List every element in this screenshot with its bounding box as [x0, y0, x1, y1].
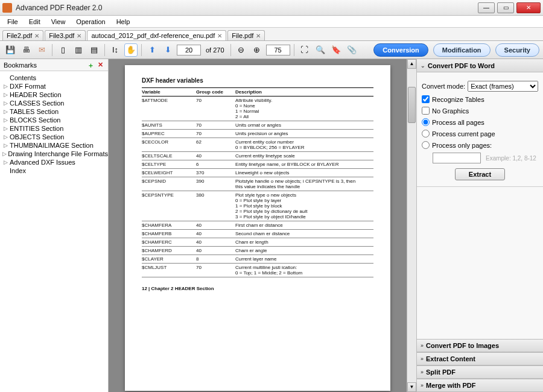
- document-tabs: File2.pdf✕ File3.pdf✕ autocad_2012_pdf_d…: [0, 28, 543, 41]
- maximize-button[interactable]: ▭: [497, 2, 514, 13]
- bookmark-item[interactable]: ▷Advanced DXF Issues: [2, 158, 108, 166]
- prev-page-icon[interactable]: ⬆: [145, 43, 159, 57]
- section-merge-pdf[interactable]: » Merge with PDF: [417, 379, 543, 392]
- minimize-button[interactable]: —: [478, 2, 495, 13]
- bookmark-item[interactable]: Index: [2, 166, 108, 175]
- hand-tool-icon[interactable]: ✋: [124, 43, 138, 57]
- extract-button[interactable]: Extract: [455, 168, 505, 180]
- search-icon[interactable]: 🔍: [314, 43, 327, 57]
- convert-mode-label: Convert mode:: [422, 83, 465, 90]
- tab-label: File.pdf: [232, 32, 253, 39]
- section-convert-word[interactable]: ⌄ Convert PDF to Word: [417, 59, 543, 72]
- section-split-pdf[interactable]: » Split PDF: [417, 365, 543, 379]
- tab-label: File3.pdf: [49, 32, 74, 39]
- expand-icon[interactable]: ▷: [2, 83, 8, 89]
- all-pages-radio[interactable]: [422, 118, 430, 126]
- zoom-input[interactable]: [266, 45, 290, 55]
- tab-file3[interactable]: File3.pdf✕: [45, 30, 86, 40]
- expand-icon[interactable]: ▷: [2, 159, 8, 165]
- page-input[interactable]: [177, 45, 201, 55]
- table-row: $CHAMFERD40Cham er angle: [142, 247, 373, 255]
- security-button[interactable]: Security: [495, 43, 539, 57]
- toolbar: 💾 🖶 ✉ ▯ ▥ ▤ I↕ ✋ ⬆ ⬇ of 270 ⊖ ⊕ ⛶ 🔍 🔖 📎 …: [0, 41, 543, 59]
- tab-autocad[interactable]: autocad_2012_pdf_dxf-reference_enu.pdf✕: [87, 30, 226, 40]
- bookmark-item[interactable]: ▷ENTITIES Section: [2, 124, 108, 133]
- menu-file[interactable]: File: [2, 17, 23, 27]
- bookmarks-tree: Contents▷DXF Format▷HEADER Section▷CLASS…: [0, 71, 108, 177]
- conversion-button[interactable]: Conversion: [373, 43, 428, 57]
- continuous-page-icon[interactable]: ▥: [72, 43, 85, 57]
- zoom-in-icon[interactable]: ⊕: [250, 43, 264, 57]
- close-icon[interactable]: ✕: [34, 33, 39, 39]
- close-icon[interactable]: ✕: [256, 33, 261, 39]
- bookmark-item[interactable]: Contents: [2, 74, 108, 82]
- bookmark-item[interactable]: ▷CLASSES Section: [2, 99, 108, 107]
- page-heading: DXF header variables: [142, 77, 373, 84]
- only-pages-radio[interactable]: [422, 141, 430, 149]
- next-page-icon[interactable]: ⬇: [161, 43, 174, 57]
- expand-icon[interactable]: ▷: [2, 117, 8, 123]
- attachment-icon[interactable]: 📎: [345, 43, 358, 57]
- text-select-icon[interactable]: I↕: [109, 43, 122, 57]
- chevron-right-icon: »: [421, 356, 424, 362]
- no-graphics-checkbox[interactable]: [422, 107, 430, 115]
- close-icon[interactable]: ✕: [217, 33, 222, 39]
- page-total: of 270: [203, 46, 227, 54]
- scroll-up-icon[interactable]: ▲: [407, 59, 416, 69]
- menu-edit[interactable]: Edit: [24, 17, 45, 27]
- table-row: $CHAMFERC40Cham er length: [142, 238, 373, 247]
- col-variable: Variable: [142, 89, 196, 95]
- pages-input[interactable]: [433, 153, 481, 163]
- menu-help[interactable]: Help: [112, 17, 135, 27]
- recognize-tables-checkbox[interactable]: [422, 95, 430, 103]
- bookmark-item[interactable]: ▷Drawing Interchange File Formats: [2, 150, 108, 158]
- single-page-icon[interactable]: ▯: [56, 43, 69, 57]
- menu-view[interactable]: View: [46, 17, 71, 27]
- table-row: $CHAMFERB40Second cham er distance: [142, 230, 373, 238]
- window-title: Advanced PDF Reader 2.0: [16, 4, 478, 12]
- current-page-radio[interactable]: [422, 130, 430, 138]
- bookmark-item[interactable]: ▷TABLES Section: [2, 107, 108, 116]
- modification-button[interactable]: Modification: [433, 43, 491, 57]
- close-button[interactable]: ✕: [516, 2, 541, 13]
- page-viewer[interactable]: DXF header variables Variable Group code…: [109, 59, 407, 392]
- save-icon[interactable]: 💾: [4, 43, 17, 57]
- tab-file2[interactable]: File2.pdf✕: [2, 30, 43, 40]
- bookmark-item[interactable]: ▷THUMBNAILIMAGE Section: [2, 141, 108, 150]
- vertical-scrollbar[interactable]: ▲ ▼: [407, 59, 416, 392]
- close-icon[interactable]: ✕: [77, 33, 81, 39]
- scroll-down-icon[interactable]: ▼: [407, 382, 416, 392]
- bookmark-item[interactable]: ▷HEADER Section: [2, 90, 108, 99]
- bookmark-item[interactable]: ▷OBJECTS Section: [2, 133, 108, 141]
- expand-icon[interactable]: ▷: [2, 151, 7, 157]
- add-bookmark-icon[interactable]: ＋: [86, 61, 95, 69]
- delete-bookmark-icon[interactable]: ✕: [96, 61, 104, 69]
- expand-icon[interactable]: ▷: [2, 142, 8, 148]
- only-pages-label: Process only pages:: [432, 142, 492, 149]
- expand-icon[interactable]: ▷: [2, 125, 8, 131]
- section-convert-images[interactable]: » Convert PDF to Images: [417, 339, 543, 352]
- expand-icon[interactable]: ▷: [2, 134, 8, 140]
- mail-icon[interactable]: ✉: [35, 43, 48, 57]
- two-page-icon[interactable]: ▤: [87, 43, 101, 57]
- bookmark-item[interactable]: ▷BLOCKS Section: [2, 116, 108, 124]
- bookmark-label: BLOCKS Section: [10, 116, 60, 124]
- chevron-right-icon: »: [421, 343, 424, 349]
- page-footer: 12 | Chapter 2 HEADER Section: [142, 286, 373, 291]
- menu-operation[interactable]: Operation: [71, 17, 110, 27]
- section-extract-content[interactable]: » Extract Content: [417, 352, 543, 365]
- table-row: $CELTSCALE40Current entity linetype scal…: [142, 152, 373, 160]
- bookmark-label: DXF Format: [10, 83, 46, 90]
- convert-mode-select[interactable]: Exact (frames): [468, 81, 538, 92]
- expand-icon[interactable]: ▷: [2, 100, 8, 106]
- bookmark-item[interactable]: ▷DXF Format: [2, 82, 108, 90]
- print-icon[interactable]: 🖶: [19, 43, 33, 57]
- scroll-thumb[interactable]: [408, 87, 416, 123]
- bookmark-icon[interactable]: 🔖: [329, 43, 343, 57]
- tab-file[interactable]: File.pdf✕: [227, 30, 265, 40]
- expand-icon[interactable]: ▷: [2, 92, 8, 98]
- scroll-track[interactable]: [407, 69, 416, 382]
- fit-page-icon[interactable]: ⛶: [298, 43, 311, 57]
- expand-icon[interactable]: ▷: [2, 109, 8, 115]
- zoom-out-icon[interactable]: ⊖: [235, 43, 248, 57]
